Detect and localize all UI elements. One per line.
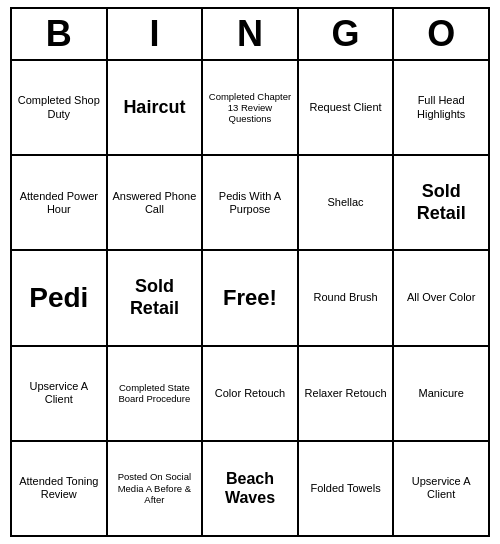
bingo-cell: Completed Shop Duty	[12, 61, 108, 154]
bingo-cell: Completed Chapter 13 Review Questions	[203, 61, 299, 154]
bingo-row: Attended Power HourAnswered Phone CallPe…	[12, 156, 488, 251]
bingo-grid: Completed Shop DutyHaircutCompleted Chap…	[12, 61, 488, 535]
bingo-header-letter: G	[299, 9, 395, 59]
bingo-cell: Upservice A Client	[394, 442, 488, 535]
bingo-row: Attended Toning ReviewPosted On Social M…	[12, 442, 488, 535]
bingo-header-letter: I	[108, 9, 204, 59]
bingo-cell: Sold Retail	[108, 251, 204, 344]
bingo-cell: Pedi	[12, 251, 108, 344]
bingo-cell: Relaxer Retouch	[299, 347, 395, 440]
bingo-header-letter: B	[12, 9, 108, 59]
bingo-cell: Free!	[203, 251, 299, 344]
bingo-header-letter: O	[394, 9, 488, 59]
bingo-cell: Answered Phone Call	[108, 156, 204, 249]
bingo-cell: Posted On Social Media A Before & After	[108, 442, 204, 535]
bingo-cell: Pedis With A Purpose	[203, 156, 299, 249]
bingo-cell: All Over Color	[394, 251, 488, 344]
bingo-cell: Attended Power Hour	[12, 156, 108, 249]
bingo-cell: Shellac	[299, 156, 395, 249]
bingo-card: BINGO Completed Shop DutyHaircutComplete…	[10, 7, 490, 537]
bingo-cell: Color Retouch	[203, 347, 299, 440]
bingo-cell: Folded Towels	[299, 442, 395, 535]
bingo-cell: Round Brush	[299, 251, 395, 344]
bingo-cell: Manicure	[394, 347, 488, 440]
bingo-cell: Request Client	[299, 61, 395, 154]
bingo-header-letter: N	[203, 9, 299, 59]
bingo-row: PediSold RetailFree!Round BrushAll Over …	[12, 251, 488, 346]
bingo-header: BINGO	[12, 9, 488, 61]
bingo-cell: Haircut	[108, 61, 204, 154]
bingo-cell: Completed State Board Procedure	[108, 347, 204, 440]
bingo-cell: Attended Toning Review	[12, 442, 108, 535]
bingo-cell: Sold Retail	[394, 156, 488, 249]
bingo-row: Completed Shop DutyHaircutCompleted Chap…	[12, 61, 488, 156]
bingo-cell: Upservice A Client	[12, 347, 108, 440]
bingo-cell: Full Head Highlights	[394, 61, 488, 154]
bingo-row: Upservice A ClientCompleted State Board …	[12, 347, 488, 442]
bingo-cell: Beach Waves	[203, 442, 299, 535]
